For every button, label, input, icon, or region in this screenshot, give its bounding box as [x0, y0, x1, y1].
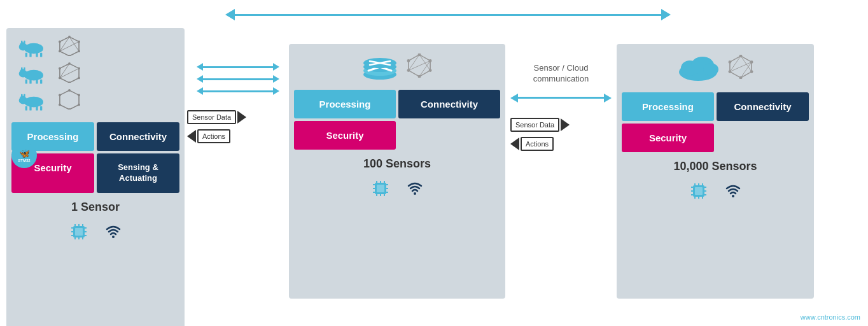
svg-line-43 — [69, 78, 79, 83]
svg-point-125 — [414, 192, 416, 195]
chip-icon-1 — [69, 222, 89, 242]
flow-bar-1b — [203, 78, 273, 80]
sensor-label-1: 1 Sensor — [71, 201, 120, 214]
svg-line-101 — [419, 55, 430, 61]
sensor-cloud-arrow — [510, 94, 612, 103]
flow-arrow-left-3 — [197, 87, 203, 95]
main-layout: 🦋 STM32 Processing Connectivity Security… — [0, 0, 868, 326]
flow-line-1b — [197, 75, 279, 83]
actions-arrowhead-1 — [187, 130, 196, 143]
flow-bar-1c — [203, 90, 273, 92]
sensor-box-1: 🦋 STM32 Processing Connectivity Security… — [6, 28, 185, 326]
animals-section — [11, 34, 179, 111]
svg-point-0 — [24, 43, 43, 54]
cap-connectivity-100: Connectivity — [398, 90, 500, 118]
sc-left-head — [510, 94, 518, 103]
sensor-data-arrow-1: Sensor Data — [187, 110, 289, 124]
flow-arrow-right-1 — [273, 63, 279, 71]
svg-rect-148 — [695, 187, 703, 195]
svg-rect-72 — [75, 228, 83, 236]
brain-icon-2 — [57, 62, 81, 83]
capability-grid-10000: Processing Connectivity Security — [622, 92, 809, 152]
actions-label-1: Actions — [197, 129, 230, 143]
wifi-icon-1 — [104, 223, 122, 241]
flow-arrow-left-2 — [197, 75, 203, 83]
flow-line-1a — [197, 63, 279, 71]
actions-arrow-1: Actions — [187, 129, 289, 143]
cap-sensing-1: Sensing & Actuating — [97, 153, 179, 193]
svg-rect-4 — [36, 53, 38, 57]
svg-rect-112 — [377, 185, 384, 192]
wifi-icon-100 — [406, 180, 424, 197]
svg-line-109 — [419, 55, 430, 71]
arrow-line — [235, 14, 661, 16]
svg-rect-57 — [24, 94, 25, 98]
bottom-icons-10000 — [689, 181, 742, 201]
cloud-icon — [676, 50, 720, 83]
svg-line-104 — [409, 71, 419, 77]
svg-point-129 — [703, 63, 718, 76]
svg-line-19 — [60, 51, 69, 56]
cow-icon-3 — [18, 88, 50, 111]
svg-line-145 — [741, 56, 752, 72]
svg-rect-8 — [24, 41, 25, 45]
svg-rect-5 — [40, 53, 42, 57]
flow-arrow-left-1 — [197, 63, 203, 71]
animal-row-2 — [18, 61, 179, 84]
flow-lines-1 — [197, 63, 279, 95]
svg-rect-7 — [21, 41, 23, 45]
svg-point-85 — [112, 236, 115, 238]
svg-rect-28 — [29, 80, 31, 84]
sensor-data-arrowhead-2 — [561, 118, 570, 131]
svg-rect-53 — [36, 106, 38, 111]
gateway-icons — [361, 50, 433, 81]
cap-connectivity-1: Connectivity — [97, 122, 179, 151]
cap-connectivity-10000: Connectivity — [717, 92, 809, 121]
svg-line-137 — [741, 56, 752, 62]
svg-line-67 — [69, 104, 79, 110]
bottom-icons-1 — [69, 222, 122, 242]
flow-arrow-right-3 — [273, 87, 279, 95]
svg-point-49 — [24, 97, 43, 108]
flow-line-1c — [197, 87, 279, 95]
cap-security-100: Security — [294, 121, 396, 150]
stm32-badge: 🦋 STM32 — [11, 143, 37, 168]
svg-rect-32 — [21, 67, 23, 71]
brain-network-cloud — [727, 55, 755, 79]
sc-right-head — [604, 94, 612, 103]
sensor-label-100: 100 Sensors — [363, 157, 431, 171]
svg-rect-51 — [25, 106, 27, 111]
router-icon — [361, 50, 399, 81]
flow-arrow-right-2 — [273, 75, 279, 83]
svg-line-44 — [60, 78, 69, 83]
svg-line-140 — [730, 72, 741, 78]
sensor-data-arrow-2: Sensor Data — [510, 118, 612, 132]
svg-line-70 — [60, 90, 69, 96]
cow-icon-2 — [18, 61, 50, 84]
brain-network-gateway — [405, 53, 433, 78]
arrow-right-head — [661, 9, 671, 20]
top-spanning-arrow — [225, 9, 671, 20]
animal-row-1 — [18, 34, 179, 57]
sensor-data-label-2: Sensor Data — [510, 118, 559, 132]
svg-marker-58 — [60, 90, 79, 110]
flow-bar-1a — [203, 66, 273, 68]
chip-icon-100 — [370, 178, 391, 199]
sensor-box-10000: Processing Connectivity Security 10,000 … — [617, 44, 814, 299]
actions-arrowhead-2 — [510, 138, 519, 150]
svg-rect-27 — [25, 80, 27, 84]
sensor-data-arrowhead-1 — [237, 111, 246, 124]
cap-security-10000: Security — [622, 124, 714, 152]
cloud-icons — [676, 50, 755, 83]
svg-line-18 — [69, 51, 79, 56]
svg-line-103 — [419, 71, 430, 77]
brain-icon-3 — [57, 89, 81, 110]
svg-line-106 — [409, 55, 419, 61]
sensor-box-100: Processing Connectivity Security 100 Sen… — [289, 44, 505, 299]
svg-line-41 — [69, 64, 79, 69]
svg-rect-54 — [40, 106, 42, 111]
animal-row-3 — [18, 88, 179, 111]
svg-rect-56 — [21, 94, 23, 98]
svg-point-25 — [24, 70, 43, 81]
svg-line-139 — [741, 72, 752, 78]
